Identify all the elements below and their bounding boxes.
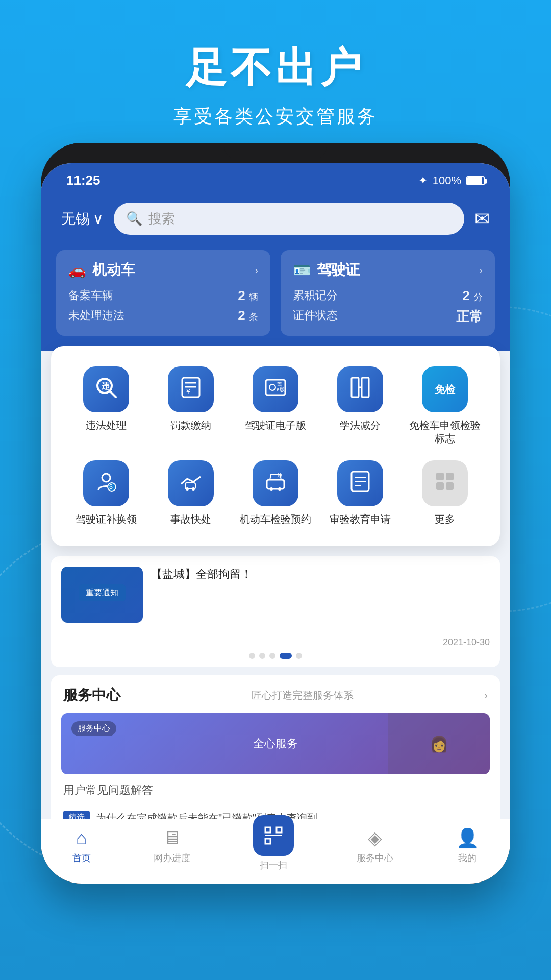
elicense-label: 驾驶证电子版 <box>245 419 306 432</box>
service-banner-label: 服务中心 <box>71 721 116 736</box>
fine-icon-wrap: ¥ <box>168 366 214 412</box>
progress-icon: 🖥 <box>163 827 181 849</box>
dot-5 <box>296 653 302 659</box>
mail-icon[interactable]: ✉ <box>474 208 490 230</box>
elicense-icon: 驾 e版 <box>263 375 288 405</box>
nav-progress[interactable]: 🖥 网办进度 <box>154 827 190 863</box>
dot-3 <box>269 653 276 659</box>
city-selector[interactable]: 无锡 ∨ <box>61 209 104 229</box>
services-icon: ◈ <box>368 827 382 849</box>
phone-screen: 11:25 ✦ 100% 无锡 ∨ 🔍 搜索 ✉ <box>41 163 510 863</box>
dot-4-active <box>280 653 292 659</box>
news-image: 重要通知 <box>61 567 143 623</box>
service-center-title: 服务中心 <box>63 685 120 705</box>
header-section: 足不出户 享受各类公安交管服务 <box>0 41 551 129</box>
bottom-nav: ⌂ 首页 🖥 网办进度 扫一扫 ◈ <box>41 819 510 863</box>
review-icon-wrap <box>337 460 383 506</box>
status-icons: ✦ 100% <box>418 174 485 187</box>
exempt-icon: 免检 <box>435 383 455 397</box>
battery-text: 100% <box>433 174 461 187</box>
review-icon <box>347 469 373 499</box>
vehicle-violation-row: 未处理违法 2 条 <box>68 308 258 324</box>
service-inspect[interactable]: 预 机动车检验预约 <box>236 460 315 526</box>
phone-top <box>41 143 510 163</box>
service-banner[interactable]: 服务中心 全心服务 👩 <box>61 713 490 774</box>
service-accident[interactable]: 事故快处 <box>151 460 231 526</box>
review-label: 审验教育申请 <box>330 512 391 526</box>
violation-label: 违法处理 <box>86 419 127 432</box>
vehicle-card[interactable]: 🚗 机动车 › 备案车辆 2 辆 未处理违法 2 条 <box>56 250 270 336</box>
header-subtitle: 享受各类公安交管服务 <box>0 104 551 129</box>
study-icon-wrap <box>337 366 383 412</box>
home-icon: ⌂ <box>76 827 87 849</box>
svg-point-22 <box>278 487 281 491</box>
news-dots <box>51 653 500 667</box>
scan-icon-wrap <box>253 815 294 856</box>
news-card[interactable]: 重要通知 【盐城】全部拘留！ <box>51 556 500 633</box>
cards-row: 🚗 机动车 › 备案车辆 2 辆 未处理违法 2 条 <box>41 250 510 351</box>
license-card[interactable]: 🪪 驾驶证 › 累积记分 2 分 证件状态 正常 <box>281 250 495 336</box>
svg-text:$: $ <box>109 483 113 491</box>
svg-point-14 <box>102 474 110 482</box>
car-icon: 🚗 <box>68 262 86 279</box>
nav-home[interactable]: ⌂ 首页 <box>72 827 91 863</box>
license-card-header: 🪪 驾驶证 › <box>293 260 483 280</box>
dot-1 <box>249 653 255 659</box>
study-label: 学法减分 <box>340 419 381 432</box>
services-grid: 违 违法处理 ¥ <box>66 366 485 526</box>
more-label: 更多 <box>435 512 455 526</box>
progress-label: 网办进度 <box>154 852 190 863</box>
nav-mine[interactable]: 👤 我的 <box>456 827 479 863</box>
nav-services[interactable]: ◈ 服务中心 <box>357 827 393 863</box>
service-violation[interactable]: 违 违法处理 <box>66 366 146 445</box>
services-label: 服务中心 <box>357 852 393 863</box>
service-center-arrow[interactable]: › <box>484 690 488 701</box>
bluetooth-icon: ✦ <box>418 174 428 187</box>
study-icon <box>347 375 373 405</box>
dot-2 <box>259 653 265 659</box>
mine-label: 我的 <box>458 852 477 863</box>
search-bar[interactable]: 🔍 搜索 <box>114 203 464 235</box>
news-section: 重要通知 【盐城】全部拘留！ 2021-10-30 <box>51 556 500 667</box>
service-review[interactable]: 审验教育申请 <box>320 460 400 526</box>
renew-icon-wrap: $ <box>83 460 129 506</box>
svg-rect-12 <box>362 378 369 397</box>
more-icon-wrap <box>422 460 468 506</box>
exempt-label: 免检车申领检验标志 <box>405 419 485 445</box>
license-card-title: 🪪 驾驶证 <box>293 260 360 280</box>
battery-icon <box>466 176 485 185</box>
service-center-header: 服务中心 匠心打造完整服务体系 › <box>51 675 500 713</box>
header-title: 足不出户 <box>0 41 551 96</box>
renew-label: 驾驶证补换领 <box>76 512 137 526</box>
license-card-arrow: › <box>479 264 483 276</box>
phone-mockup: 11:25 ✦ 100% 无锡 ∨ 🔍 搜索 ✉ <box>41 143 510 884</box>
service-fine[interactable]: ¥ 罚款缴纳 <box>151 366 231 445</box>
svg-rect-31 <box>446 482 454 490</box>
svg-point-8 <box>269 384 276 390</box>
svg-text:驾: 驾 <box>277 381 282 387</box>
service-elicense[interactable]: 驾 e版 驾驶证电子版 <box>236 366 315 445</box>
news-title: 【盐城】全部拘留！ <box>151 567 490 582</box>
search-icon: 🔍 <box>126 211 142 227</box>
svg-text:¥: ¥ <box>186 387 190 396</box>
nav-scan[interactable]: 扫一扫 <box>253 827 294 863</box>
accident-icon <box>178 469 204 499</box>
exempt-icon-wrap: 免检 <box>422 366 468 412</box>
service-study[interactable]: 学法减分 <box>320 366 400 445</box>
service-more[interactable]: 更多 <box>405 460 485 526</box>
inspect-icon-wrap: 预 <box>253 460 298 506</box>
svg-rect-30 <box>436 482 444 490</box>
elicense-icon-wrap: 驾 e版 <box>253 366 298 412</box>
svg-text:e版: e版 <box>277 387 285 393</box>
service-renew[interactable]: $ 驾驶证补换领 <box>66 460 146 526</box>
svg-rect-34 <box>265 839 270 844</box>
svg-rect-28 <box>436 473 444 480</box>
news-date: 2021-10-30 <box>51 637 500 653</box>
inspect-label: 机动车检验预约 <box>240 512 311 526</box>
city-name: 无锡 <box>61 209 90 229</box>
svg-point-18 <box>186 487 189 491</box>
svg-rect-33 <box>277 827 282 832</box>
svg-text:预: 预 <box>277 472 282 478</box>
svg-point-19 <box>192 487 195 491</box>
service-exempt[interactable]: 免检 免检车申领检验标志 <box>405 366 485 445</box>
